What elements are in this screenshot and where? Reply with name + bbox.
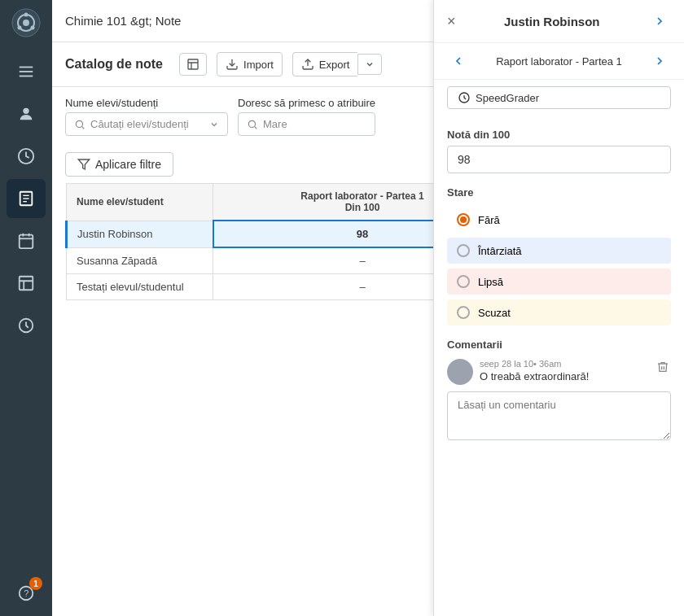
svg-point-2: [23, 20, 29, 26]
comments-label: Comentarii: [447, 339, 671, 351]
status-none-label: Fără: [478, 214, 500, 226]
radio-none: [457, 213, 470, 226]
svg-point-5: [18, 26, 22, 30]
gradebook-title: Catalog de note: [65, 57, 163, 72]
side-panel: × Justin Robinson Raport laborator - Par…: [433, 0, 684, 616]
assignment-name: Raport laborator - Partea 1: [473, 55, 645, 68]
panel-assignment-nav: Raport laborator - Partea 1: [434, 43, 684, 80]
radio-missing: [457, 275, 470, 288]
cell-student-name: Susanna Zăpadă: [67, 247, 213, 274]
status-filter-select[interactable]: Mare: [238, 112, 375, 136]
svg-line-27: [82, 126, 85, 129]
svg-rect-6: [20, 67, 33, 68]
status-filter-label: Doresc să primesc o atribuire: [238, 97, 375, 109]
comment-delete-button[interactable]: [655, 359, 671, 378]
export-label: Export: [319, 59, 350, 71]
sidebar-item-menu[interactable]: [7, 52, 46, 91]
cell-student-name: Testați elevul/studentul: [67, 274, 213, 300]
grade-input[interactable]: [447, 146, 671, 173]
svg-point-28: [248, 120, 255, 127]
status-options: Fără Întârziată Lipsă Scuzat: [447, 207, 671, 325]
comment-item: seep 28 la 10• 36am O treabă extraordina…: [447, 359, 671, 385]
panel-close-button[interactable]: ×: [447, 13, 456, 30]
student-filter-group: Nume elevi/studenți Căutați elevi/studen…: [65, 97, 228, 136]
radio-excused: [457, 306, 470, 319]
panel-body: Notă din 100 Stare Fără Întârziată Lipsă: [434, 116, 684, 456]
export-dropdown-button[interactable]: [357, 54, 382, 75]
status-filter-group: Doresc să primesc o atribuire Mare: [238, 97, 375, 136]
svg-text:?: ?: [24, 588, 28, 598]
sidebar-item-account[interactable]: [7, 94, 46, 133]
sidebar-item-history[interactable]: [7, 306, 46, 345]
radio-late: [457, 244, 470, 257]
comment-meta: seep 28 la 10• 36am: [480, 359, 648, 369]
status-option-missing[interactable]: Lipsă: [447, 269, 671, 295]
panel-student-name: Justin Robinson: [456, 15, 648, 28]
svg-rect-8: [20, 76, 33, 77]
status-missing-label: Lipsă: [478, 276, 503, 288]
panel-next-student-button[interactable]: [648, 10, 671, 33]
sidebar-item-gradebook[interactable]: [7, 179, 46, 218]
sidebar: ? 1: [0, 0, 52, 616]
cell-student-name: Justin Robinson: [67, 221, 213, 247]
icon-button[interactable]: [179, 53, 207, 76]
import-button[interactable]: Import: [217, 52, 283, 76]
svg-point-4: [31, 26, 35, 30]
export-button[interactable]: Export: [292, 52, 358, 76]
breadcrumb: Chimie 101 &gt; Note: [65, 14, 181, 28]
comments-section: Comentarii seep 28 la 10• 36am O treabă …: [447, 339, 671, 443]
svg-rect-15: [20, 235, 33, 249]
breadcrumb-course[interactable]: Chimie 101 &gt;: [65, 14, 152, 28]
svg-point-26: [76, 120, 82, 127]
status-placeholder: Mare: [263, 118, 287, 130]
comment-content: seep 28 la 10• 36am O treabă extraordina…: [480, 359, 648, 382]
svg-rect-19: [20, 277, 33, 291]
panel-prev-assignment-button[interactable]: [447, 50, 470, 72]
svg-marker-30: [78, 159, 89, 169]
apply-filters-label: Aplicare filtre: [95, 158, 161, 171]
status-label: Stare: [447, 186, 671, 199]
sidebar-item-calendar[interactable]: [7, 221, 46, 260]
status-option-excused[interactable]: Scuzat: [447, 299, 671, 325]
sidebar-item-help[interactable]: ? 1: [7, 574, 46, 613]
speedgrader-button[interactable]: SpeedGrader: [447, 86, 671, 109]
col-student-name: Nume elev/student: [67, 184, 213, 221]
svg-rect-23: [188, 59, 198, 69]
grade-field-label: Notă din 100: [447, 129, 671, 141]
export-btn-group: Export: [292, 52, 383, 76]
student-placeholder: Căutați elevi/studenți: [90, 118, 189, 130]
status-late-label: Întârziată: [478, 245, 521, 257]
comment-avatar: [447, 359, 473, 385]
student-search-select[interactable]: Căutați elevi/studenți: [65, 112, 228, 136]
status-option-none[interactable]: Fără: [447, 207, 671, 233]
svg-point-3: [24, 13, 28, 17]
status-excused-label: Scuzat: [478, 307, 511, 319]
status-option-late[interactable]: Întârziată: [447, 238, 671, 264]
status-section: Stare Fără Întârziată Lipsă Scuzat: [447, 186, 671, 325]
grade-field-group: Notă din 100: [447, 129, 671, 173]
student-filter-label: Nume elevi/studenți: [65, 97, 228, 109]
panel-next-assignment-button[interactable]: [648, 50, 671, 72]
sidebar-item-dashboard[interactable]: [7, 137, 46, 176]
apply-filters-button[interactable]: Aplicare filtre: [65, 152, 173, 177]
svg-line-29: [255, 126, 257, 129]
comment-input[interactable]: [447, 391, 671, 440]
help-badge: 1: [29, 577, 42, 590]
sidebar-item-reports[interactable]: [7, 264, 46, 303]
import-label: Import: [243, 59, 274, 71]
breadcrumb-page: Note: [156, 14, 182, 28]
panel-header: × Justin Robinson: [434, 0, 684, 43]
svg-point-9: [23, 108, 28, 114]
comment-text: O treabă extraordinară!: [480, 370, 648, 382]
speedgrader-label: SpeedGrader: [476, 92, 539, 104]
svg-rect-7: [20, 71, 33, 72]
logo[interactable]: [10, 7, 42, 39]
